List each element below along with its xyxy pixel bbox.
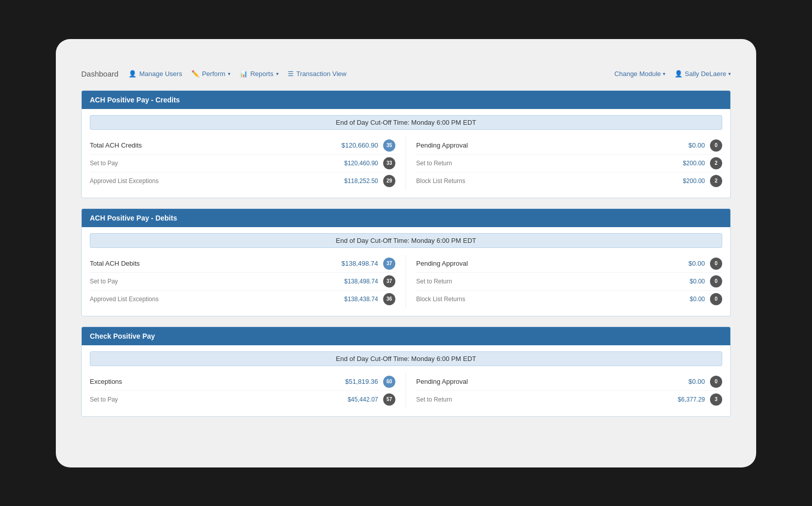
- chevron-down-icon: ▾: [663, 71, 665, 77]
- card-ach-debits: ACH Positive Pay - Debits End of Day Cut…: [81, 208, 731, 316]
- navbar: Dashboard 👤 Manage Users ✏️ Perform ▾ 📊 …: [76, 69, 736, 85]
- credits-setpay-row: Set to Pay $120,460.90 33: [90, 154, 395, 172]
- debits-blocklist-value[interactable]: $0.00: [664, 296, 705, 303]
- credits-total-badge: 35: [383, 139, 395, 152]
- check-setreturn-label: Set to Return: [416, 396, 664, 403]
- debits-pending-label: Pending Approval: [416, 260, 664, 267]
- credits-setpay-badge: 33: [383, 157, 395, 169]
- credits-approved-value[interactable]: $118,252.50: [337, 177, 378, 185]
- credits-pending-row: Pending Approval $0.00 0: [416, 137, 722, 154]
- nav-item-manage-users[interactable]: 👤 Manage Users: [128, 70, 182, 78]
- credits-total-value[interactable]: $120,660.90: [337, 141, 378, 149]
- check-exceptions-badge: 60: [383, 376, 395, 388]
- nav-brand[interactable]: Dashboard: [81, 69, 118, 78]
- credits-total-row: Total ACH Credits $120,660.90 35: [90, 137, 395, 154]
- debits-total-badge: 37: [383, 258, 395, 270]
- debits-approved-label: Approved List Exceptions: [90, 296, 337, 303]
- main-content: ACH Positive Pay - Credits End of Day Cu…: [76, 85, 736, 417]
- credits-pending-badge: 0: [710, 139, 722, 152]
- check-pending-label: Pending Approval: [416, 378, 664, 385]
- debits-approved-value[interactable]: $138,438.74: [337, 296, 378, 303]
- card-ach-credits: ACH Positive Pay - Credits End of Day Cu…: [81, 90, 731, 198]
- debits-total-row: Total ACH Debits $138,498.74 37: [90, 255, 395, 272]
- debits-setpay-label: Set to Pay: [90, 278, 337, 285]
- credits-approved-row: Approved List Exceptions $118,252.50 29: [90, 172, 395, 190]
- screen-container: Dashboard 👤 Manage Users ✏️ Perform ▾ 📊 …: [56, 39, 756, 467]
- check-setreturn-value[interactable]: $6,377.29: [664, 396, 705, 403]
- credits-total-label: Total ACH Credits: [90, 141, 337, 149]
- debits-pending-badge: 0: [710, 258, 722, 270]
- credits-blocklist-label: Block List Returns: [416, 177, 664, 185]
- debits-setreturn-badge: 0: [710, 275, 722, 287]
- credits-approved-label: Approved List Exceptions: [90, 177, 337, 185]
- nav-right: Change Module ▾ 👤 Sally DeLaere ▾: [615, 70, 731, 78]
- debits-pending-value[interactable]: $0.00: [664, 260, 705, 267]
- check-exceptions-value[interactable]: $51,819.36: [337, 378, 378, 385]
- check-setpay-label: Set to Pay: [90, 396, 337, 403]
- check-pending-badge: 0: [710, 376, 722, 388]
- debits-blocklist-badge: 0: [710, 293, 722, 305]
- debits-setpay-badge: 37: [383, 275, 395, 287]
- cutoff-bar-credits: End of Day Cut-Off Time: Monday 6:00 PM …: [90, 115, 722, 130]
- debits-approved-badge: 36: [383, 293, 395, 305]
- card-check: Check Positive Pay End of Day Cut-Off Ti…: [81, 327, 731, 417]
- credits-approved-badge: 29: [383, 175, 395, 187]
- chart-icon: 📊: [240, 70, 248, 78]
- check-setpay-row: Set to Pay $45,442.07 57: [90, 390, 395, 408]
- check-pending-value[interactable]: $0.00: [664, 378, 705, 385]
- pencil-icon: ✏️: [191, 70, 199, 78]
- credits-setreturn-value[interactable]: $200.00: [664, 160, 705, 167]
- check-setpay-badge: 57: [383, 393, 395, 406]
- cutoff-bar-check: End of Day Cut-Off Time: Monday 6:00 PM …: [90, 351, 722, 366]
- user-menu-button[interactable]: 👤 Sally DeLaere ▾: [674, 70, 731, 78]
- credits-pending-value[interactable]: $0.00: [664, 141, 705, 149]
- card-body-ach-debits: End of Day Cut-Off Time: Monday 6:00 PM …: [82, 227, 730, 316]
- debits-setpay-value[interactable]: $138,498.74: [337, 278, 378, 285]
- card-header-ach-credits: ACH Positive Pay - Credits: [82, 91, 730, 109]
- debits-approved-row: Approved List Exceptions $138,438.74 36: [90, 290, 395, 308]
- debits-setpay-row: Set to Pay $138,498.74 37: [90, 272, 395, 290]
- check-exceptions-row: Exceptions $51,819.36 60: [90, 373, 395, 390]
- cutoff-bar-debits: End of Day Cut-Off Time: Monday 6:00 PM …: [90, 233, 722, 248]
- debits-total-label: Total ACH Debits: [90, 260, 337, 267]
- debits-total-value[interactable]: $138,498.74: [337, 260, 378, 267]
- credits-blocklist-value[interactable]: $200.00: [664, 177, 705, 185]
- check-setreturn-badge: 3: [710, 393, 722, 406]
- credits-setreturn-badge: 2: [710, 157, 722, 169]
- debits-blocklist-row: Block List Returns $0.00 0: [416, 290, 722, 308]
- credits-setreturn-row: Set to Return $200.00 2: [416, 154, 722, 172]
- debits-setreturn-row: Set to Return $0.00 0: [416, 272, 722, 290]
- check-setpay-value[interactable]: $45,442.07: [337, 396, 378, 403]
- debits-pending-row: Pending Approval $0.00 0: [416, 255, 722, 272]
- check-exceptions-label: Exceptions: [90, 378, 337, 385]
- chevron-down-icon: ▾: [228, 71, 230, 77]
- list-icon: ☰: [288, 70, 294, 78]
- nav-item-transaction-view[interactable]: ☰ Transaction View: [288, 70, 347, 78]
- credits-blocklist-row: Block List Returns $200.00 2: [416, 172, 722, 190]
- card-header-ach-debits: ACH Positive Pay - Debits: [82, 209, 730, 227]
- change-module-button[interactable]: Change Module ▾: [615, 70, 666, 78]
- debits-setreturn-label: Set to Return: [416, 278, 664, 285]
- card-body-check: End of Day Cut-Off Time: Monday 6:00 PM …: [82, 345, 730, 416]
- credits-setpay-label: Set to Pay: [90, 160, 337, 167]
- debits-setreturn-value[interactable]: $0.00: [664, 278, 705, 285]
- credits-setpay-value[interactable]: $120,460.90: [337, 160, 378, 167]
- card-body-ach-credits: End of Day Cut-Off Time: Monday 6:00 PM …: [82, 109, 730, 198]
- chevron-down-icon: ▾: [728, 71, 731, 77]
- debits-blocklist-label: Block List Returns: [416, 296, 664, 303]
- credits-pending-label: Pending Approval: [416, 141, 664, 149]
- nav-item-reports[interactable]: 📊 Reports ▾: [240, 70, 279, 78]
- card-header-check: Check Positive Pay: [82, 327, 730, 345]
- check-pending-row: Pending Approval $0.00 0: [416, 373, 722, 390]
- user-icon: 👤: [128, 70, 137, 78]
- credits-blocklist-badge: 2: [710, 175, 722, 187]
- nav-item-perform[interactable]: ✏️ Perform ▾: [191, 70, 230, 78]
- check-setreturn-row: Set to Return $6,377.29 3: [416, 390, 722, 408]
- user-icon: 👤: [674, 70, 683, 78]
- chevron-down-icon: ▾: [276, 71, 279, 77]
- credits-setreturn-label: Set to Return: [416, 160, 664, 167]
